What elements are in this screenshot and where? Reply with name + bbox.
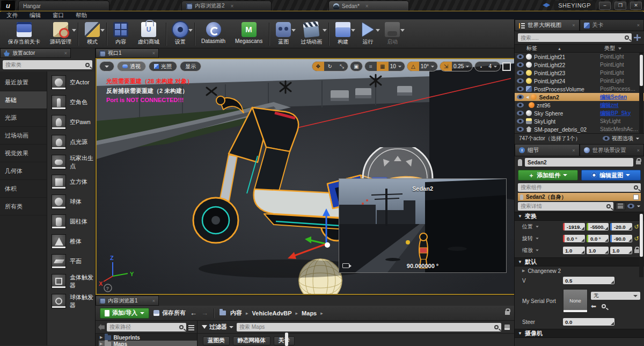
- build-button[interactable]: 构建: [331, 20, 355, 48]
- search-classes-input[interactable]: [5, 62, 83, 68]
- outliner-row[interactable]: PointLight21PointLight: [515, 53, 644, 61]
- serial-dropdown[interactable]: 无: [591, 292, 640, 300]
- modes-button[interactable]: 模式: [80, 20, 105, 48]
- show-button[interactable]: 显示: [180, 61, 201, 71]
- category-all-classes[interactable]: 所有类: [0, 198, 47, 215]
- outliner-row-selected[interactable]: ◀Sedan2编辑Sedan: [515, 93, 644, 101]
- breadcrumb-current[interactable]: Maps: [302, 310, 317, 316]
- close-icon[interactable]: ×: [152, 298, 155, 304]
- camera-speed-button[interactable]: 🞄: [475, 61, 487, 71]
- search-components-input[interactable]: [521, 184, 632, 190]
- app-tab-hangar[interactable]: Hangar: [18, 1, 109, 11]
- visibility-eye-icon[interactable]: [517, 103, 524, 107]
- scale-z-input[interactable]: 1.0: [610, 247, 632, 254]
- visibility-eye-icon[interactable]: [517, 86, 524, 91]
- viewport-canvas[interactable]: Z Y X ? 光照需要重建（28 未构建 对象） 反射捕获需要重建（2 未构建…: [96, 58, 515, 295]
- rotation-y-input[interactable]: 0.0 °: [587, 235, 609, 242]
- lock-icon[interactable]: [505, 311, 510, 315]
- scale-x-input[interactable]: 1.0: [563, 247, 585, 254]
- breadcrumb-root[interactable]: 内容: [230, 309, 242, 317]
- close-icon[interactable]: ×: [365, 3, 369, 9]
- place-item-empty-actor[interactable]: 空Actor: [47, 73, 95, 92]
- expander-icon[interactable]: ▶: [100, 342, 103, 346]
- menu-help[interactable]: 帮助: [76, 12, 87, 19]
- menu-window[interactable]: 窗口: [53, 12, 64, 19]
- chevron-down-icon[interactable]: [536, 238, 539, 240]
- place-item-sphere-trigger[interactable]: 球体触发器: [47, 291, 95, 311]
- close-icon[interactable]: ×: [637, 23, 640, 28]
- camera-speed-value[interactable]: 4: [487, 63, 500, 69]
- edit-blueprint-link[interactable]: 编辑Sedan: [600, 93, 639, 101]
- browse-icon[interactable]: [602, 304, 606, 308]
- visibility-eye-icon[interactable]: [517, 127, 524, 132]
- rotation-z-input[interactable]: -90.0: [610, 235, 632, 242]
- expander-icon[interactable]: ▶: [522, 269, 525, 273]
- world-settings-tab[interactable]: 世界场景设置×: [580, 144, 644, 156]
- category-cinematic[interactable]: 过场动画: [0, 127, 47, 145]
- place-item-empty-character[interactable]: 空角色: [47, 92, 95, 112]
- tree-item-maps[interactable]: ▶ Maps: [99, 341, 197, 346]
- use-selected-arrow-icon[interactable]: ⬅: [591, 302, 596, 310]
- cinematics-button[interactable]: 过场动画: [296, 20, 327, 48]
- play-button[interactable]: 运行: [355, 20, 380, 48]
- close-icon[interactable]: ×: [64, 51, 67, 56]
- outliner-row[interactable]: PointLight22PointLight: [515, 61, 644, 69]
- menu-edit[interactable]: 编辑: [30, 12, 41, 19]
- scale-lock-icon[interactable]: [634, 249, 639, 253]
- levels-tab[interactable]: 关卡×: [580, 19, 644, 31]
- serial-asset-thumbnail[interactable]: None: [563, 289, 588, 313]
- place-item-point-light[interactable]: 点光源: [47, 132, 95, 152]
- add-component-button[interactable]: ＋添加组件: [518, 170, 578, 181]
- filter-chip-level[interactable]: 关卡: [274, 336, 295, 345]
- place-item-sphere[interactable]: 球体: [47, 192, 95, 212]
- blueprints-button[interactable]: 蓝图: [271, 20, 296, 48]
- outliner-row[interactable]: znt96编辑znt: [515, 101, 644, 109]
- category-volumes[interactable]: 体积: [0, 180, 47, 198]
- place-actors-tab[interactable]: 放置actor ×: [0, 48, 71, 58]
- world-outliner-tab[interactable]: 世界大纲视图×: [515, 19, 580, 31]
- edit-blueprint-link[interactable]: 编辑znt: [600, 102, 639, 109]
- chevron-down-icon[interactable]: [536, 226, 539, 228]
- component-row-self[interactable]: Sedan2（自身）: [518, 193, 641, 201]
- surface-snap-button[interactable]: ⌗: [365, 61, 377, 71]
- source-control-button[interactable]: 源码管理: [45, 20, 76, 48]
- category-lights[interactable]: 光源: [0, 109, 47, 127]
- edit-blueprint-button[interactable]: 编辑蓝图: [581, 170, 641, 181]
- minimize-button[interactable]: –: [599, 2, 611, 10]
- component-visibility-box[interactable]: [633, 194, 639, 200]
- section-transform[interactable]: ▼ 变换: [515, 212, 644, 221]
- visibility-eye-icon[interactable]: [517, 78, 524, 83]
- scale-y-input[interactable]: 1.0: [587, 247, 609, 254]
- location-z-input[interactable]: -20.0: [610, 223, 632, 230]
- details-tab[interactable]: i 细节×: [515, 144, 580, 156]
- close-icon[interactable]: ×: [637, 148, 640, 153]
- sort-ascending-icon[interactable]: ▲: [558, 47, 561, 51]
- close-icon[interactable]: ×: [572, 23, 575, 28]
- visibility-eye-icon[interactable]: [517, 54, 524, 59]
- visibility-eye-icon[interactable]: [517, 70, 524, 75]
- filter-icon[interactable]: [618, 47, 621, 49]
- breadcrumb-folder[interactable]: VehicleAdvBP: [252, 310, 292, 316]
- prop-changenew-row[interactable]: ▶ Changenew 2: [515, 266, 644, 275]
- actor-name-input[interactable]: [528, 160, 631, 165]
- nav-back-button[interactable]: ←: [190, 309, 197, 317]
- datasmith-button[interactable]: Datasmith: [196, 20, 230, 48]
- outliner-row[interactable]: PointLight23PointLight: [515, 69, 644, 77]
- scrollbar[interactable]: [639, 213, 643, 277]
- category-geometry[interactable]: 几何体: [0, 162, 47, 180]
- outliner-search-input[interactable]: [521, 35, 623, 41]
- close-icon[interactable]: ×: [152, 51, 155, 56]
- visibility-eye-icon[interactable]: [517, 95, 524, 99]
- outliner-row[interactable]: PointLight24PointLight: [515, 77, 644, 85]
- search-assets-input[interactable]: [239, 324, 492, 330]
- settings-button[interactable]: 设置: [168, 20, 193, 48]
- v-value-input[interactable]: 0.5: [563, 277, 614, 284]
- scale-tool-button[interactable]: ⤡: [336, 61, 348, 71]
- app-tab-sedan[interactable]: Sedan* ×: [328, 1, 409, 11]
- location-y-input[interactable]: -5500.: [587, 223, 609, 230]
- close-button[interactable]: ✕: [630, 2, 642, 10]
- view-options-button[interactable]: 视图选项: [603, 135, 640, 142]
- scrollbar-thumb[interactable]: [640, 55, 643, 86]
- visibility-eye-icon[interactable]: [517, 111, 524, 116]
- place-item-plane[interactable]: 平面: [47, 251, 95, 271]
